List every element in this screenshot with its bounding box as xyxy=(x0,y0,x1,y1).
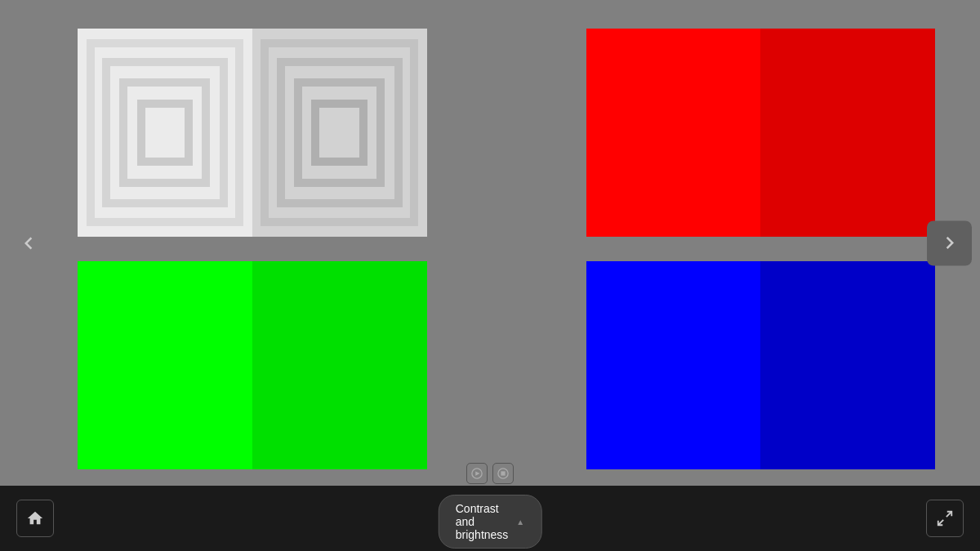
fullscreen-button[interactable] xyxy=(926,500,964,537)
center-controls: Contrast and brightness ▲ xyxy=(458,514,522,522)
panel-white xyxy=(78,29,427,237)
main-content xyxy=(0,0,980,486)
panel-white-left xyxy=(78,29,252,237)
panels-grid xyxy=(0,0,980,486)
next-button[interactable] xyxy=(927,220,972,265)
panel-white-right xyxy=(252,29,427,237)
panel-green xyxy=(78,261,427,469)
home-button[interactable] xyxy=(16,500,54,537)
panel-red-right xyxy=(760,29,935,237)
stop-icon xyxy=(497,468,509,479)
panel-blue xyxy=(586,261,936,469)
toolbar-top-icons xyxy=(466,463,514,484)
svg-line-5 xyxy=(938,520,943,525)
panel-blue-right xyxy=(760,261,935,469)
play-icon xyxy=(471,468,483,479)
dropdown-button[interactable]: Contrast and brightness ▲ xyxy=(439,495,542,549)
chevron-left-icon xyxy=(16,231,41,256)
panel-green-right xyxy=(252,261,427,469)
svg-rect-3 xyxy=(501,471,505,475)
chevron-right-icon xyxy=(938,231,962,256)
home-icon xyxy=(26,509,44,527)
panel-blue-left xyxy=(586,261,761,469)
dropdown-arrow-icon: ▲ xyxy=(516,518,524,527)
play-icon-button[interactable] xyxy=(466,463,488,484)
stop-icon-button[interactable] xyxy=(492,463,514,484)
panel-green-left xyxy=(78,261,252,469)
svg-line-4 xyxy=(947,512,951,517)
panel-red xyxy=(586,29,936,237)
toolbar: Contrast and brightness ▲ xyxy=(0,486,980,551)
svg-marker-1 xyxy=(475,471,479,475)
prev-button[interactable] xyxy=(8,223,49,264)
fullscreen-icon xyxy=(936,509,954,527)
panel-red-left xyxy=(586,29,761,237)
dropdown-label-text: Contrast and brightness xyxy=(456,502,509,541)
